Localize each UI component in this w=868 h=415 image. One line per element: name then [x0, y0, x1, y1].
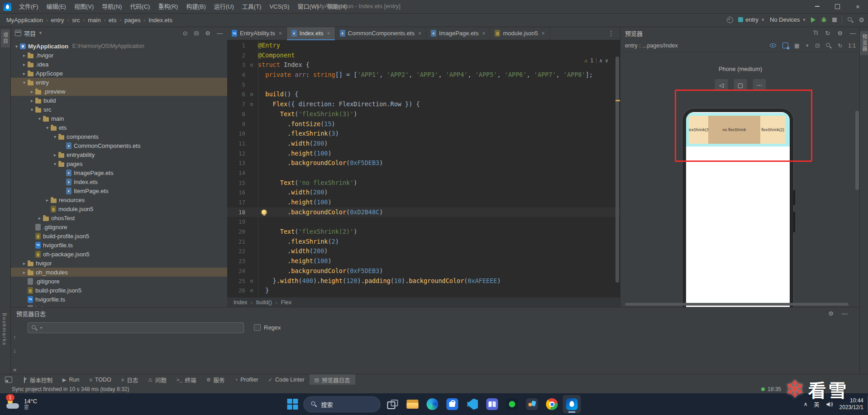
component-inspect-icon[interactable] [782, 42, 788, 48]
fold-marker-icon[interactable]: ⊟ [245, 286, 258, 296]
breadcrumb-item[interactable]: ets [109, 17, 116, 24]
log-options-icon[interactable]: ⚙ [828, 310, 834, 317]
tree-row[interactable]: .gitignore [10, 277, 227, 286]
tool-window-button[interactable]: ▤预览器日志 [310, 374, 355, 385]
tree-row[interactable]: .gitignore [10, 222, 227, 231]
tool-window-button[interactable]: ✓Code Linter [263, 374, 310, 385]
preview-eye-icon[interactable] [770, 42, 777, 48]
device-selector[interactable]: No Devices ▼ [770, 16, 806, 23]
menu-item[interactable]: 代码(C) [126, 0, 154, 13]
panel-options-icon[interactable]: ⚙ [205, 30, 210, 37]
scroll-down-icon[interactable]: ↓ [13, 347, 16, 354]
tree-chevron-icon[interactable]: ▾ [29, 107, 35, 112]
hide-log-icon[interactable]: — [842, 310, 848, 317]
tree-row[interactable]: TShvigorfile.ts [10, 241, 227, 250]
breadcrumb-item[interactable]: main [88, 17, 100, 24]
fold-marker-icon[interactable]: ⊟ [245, 60, 258, 70]
tool-window-button[interactable]: ◔Profiler [230, 374, 263, 385]
editor-tab[interactable]: eImagePage.ets× [426, 27, 490, 40]
stripe-tab-project[interactable]: 项目 [1, 29, 10, 47]
editor-tab[interactable]: {}module.json5× [490, 27, 549, 40]
tool-window-button[interactable]: ≡日志 [116, 374, 143, 385]
tree-row[interactable]: ▾ets [10, 123, 227, 132]
fold-marker-icon[interactable]: ⊟ [245, 90, 258, 99]
refresh-icon[interactable]: ↻ [825, 30, 830, 37]
menu-item[interactable]: 导航(N) [98, 0, 126, 13]
tab-options-icon[interactable]: ⋮ [602, 29, 620, 38]
tool-window-switcher-icon[interactable] [5, 377, 12, 383]
taskbar-app-task-view[interactable] [384, 395, 402, 413]
tray-expand-icon[interactable]: ∧ [804, 401, 808, 407]
tab-close-icon[interactable]: × [279, 30, 282, 37]
regex-checkbox[interactable] [254, 324, 261, 331]
text-toggle-icon[interactable]: Tt [813, 30, 818, 36]
tree-chevron-icon[interactable]: ▸ [44, 198, 51, 203]
tree-row[interactable]: ▾main [10, 114, 227, 123]
taskbar-app-file-explorer[interactable] [404, 395, 422, 413]
tree-row[interactable]: ▸ohosTest [10, 213, 227, 222]
warning-stripe-mark[interactable] [615, 100, 620, 101]
more-tools-icon[interactable]: » [13, 366, 16, 373]
tree-chevron-icon[interactable]: ▸ [21, 261, 28, 266]
menu-item[interactable]: 工具(T) [238, 0, 266, 13]
scroll-up-icon[interactable]: ↑ [13, 334, 16, 340]
log-search-input[interactable]: ▼ [28, 322, 244, 333]
device-target-icon[interactable] [727, 17, 733, 23]
tree-row[interactable]: ▾components [10, 132, 227, 141]
tree-row[interactable]: eImagePage.ets [10, 168, 227, 177]
collapse-all-icon[interactable]: ⊟ [194, 30, 199, 37]
code-editor[interactable]: 1@Entry2@Component3⊟struct Index {4 priv… [227, 41, 620, 297]
tab-close-icon[interactable]: × [327, 30, 330, 37]
previewer-settings-icon[interactable]: ⚙ [837, 30, 843, 37]
prev-warning-icon[interactable]: ∧ [599, 57, 602, 64]
tree-row[interactable]: eIndex.ets [10, 177, 227, 186]
fit-screen-icon[interactable]: ⊡ [815, 42, 820, 49]
menu-item[interactable]: 文件(F) [15, 0, 43, 13]
breadcrumb-item[interactable]: pages [124, 17, 140, 24]
zoom-icon[interactable] [825, 42, 832, 49]
taskbar-app-chrome[interactable] [543, 395, 561, 413]
tree-row[interactable]: ▾pages [10, 159, 227, 168]
volume-icon[interactable] [826, 401, 833, 407]
taskbar-app-edge[interactable] [424, 395, 442, 413]
chevron-down-icon[interactable]: ▼ [38, 31, 43, 35]
tray-clock[interactable]: 10:44 2023/12/1 [839, 397, 863, 411]
tree-row[interactable]: eItemPage.ets [10, 186, 227, 195]
tree-chevron-icon[interactable]: ▸ [21, 71, 28, 76]
tree-chevron-icon[interactable]: ▾ [52, 161, 58, 166]
tree-row[interactable]: eCommonComponents.ets [10, 141, 227, 150]
breadcrumb-item[interactable]: src [72, 17, 80, 24]
breadcrumb-item[interactable]: Index.ets [148, 17, 172, 24]
tree-chevron-icon[interactable]: ▸ [29, 89, 35, 94]
taskbar-app-vscode[interactable] [463, 395, 482, 413]
menu-item[interactable]: 运行(U) [210, 0, 238, 13]
taskbar-app-app-store[interactable] [444, 395, 462, 413]
tree-chevron-icon[interactable]: ▸ [29, 98, 35, 103]
rotate-device-icon[interactable]: ↻ [838, 42, 842, 49]
inspection-widget[interactable]: ⚠ 1 ∧ ∨ [582, 57, 610, 64]
tree-row[interactable]: TShvigorfile.ts [10, 295, 227, 304]
tree-row[interactable]: ▸resources [10, 195, 227, 204]
tool-window-button[interactable]: >_终端 [172, 374, 201, 385]
editor-breadcrumb-item[interactable]: Flex [281, 299, 292, 306]
maximize-button[interactable] [827, 0, 848, 13]
stripe-tab-bookmarks[interactable]: Bookmarks [1, 310, 8, 349]
editor-breadcrumb-item[interactable]: build() [256, 299, 272, 306]
tree-row[interactable]: ▸AppScope [10, 69, 227, 78]
fold-marker-icon[interactable]: ⊟ [245, 276, 258, 286]
taskbar-app-media-app[interactable] [523, 395, 541, 413]
search-everywhere-icon[interactable] [847, 17, 854, 23]
menu-item[interactable]: 视图(V) [70, 0, 98, 13]
tree-row[interactable]: ▾src [10, 105, 227, 114]
tool-window-button[interactable]: ▶Run [57, 374, 84, 385]
breadcrumb-item[interactable]: entry [51, 17, 64, 24]
tree-row[interactable]: ▸.preview [10, 87, 227, 96]
chevron-down-icon[interactable]: ▼ [805, 43, 809, 48]
tree-row[interactable]: ▸oh_modules [10, 268, 227, 277]
tree-row[interactable]: {}build-profile.json5 [10, 231, 227, 241]
editor-tab[interactable]: TSEntryAbility.ts× [227, 27, 287, 40]
tree-chevron-icon[interactable]: ▾ [21, 80, 28, 85]
previewer-hscrollbar[interactable] [625, 303, 849, 306]
tree-row[interactable]: ▾entry [10, 78, 227, 87]
next-warning-icon[interactable]: ∨ [605, 57, 608, 64]
